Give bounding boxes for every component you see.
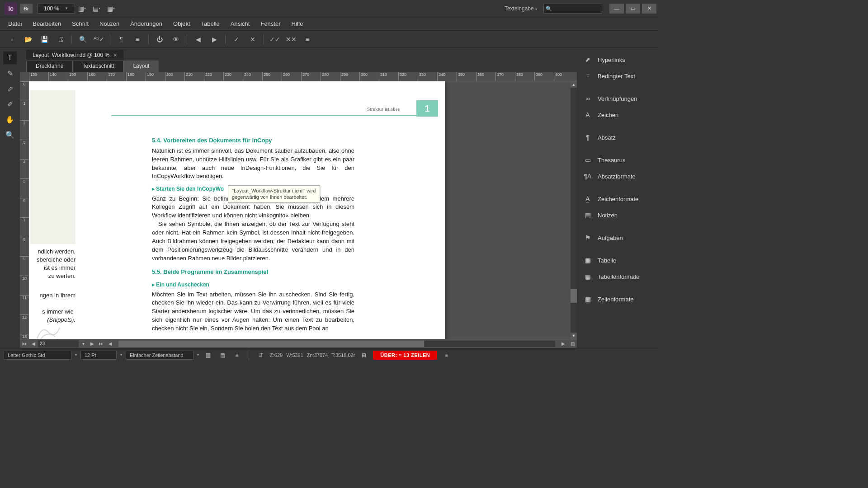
nav-prev-icon[interactable]: ◀ <box>192 33 204 46</box>
note-tool[interactable]: ✎ <box>3 67 17 80</box>
panel-zeichenformate[interactable]: A̲Zeichenformate <box>577 191 658 207</box>
leading-field[interactable]: Einfacher Zeilenabstand <box>126 351 193 360</box>
panel-tabelle[interactable]: ▦Tabelle <box>577 252 658 268</box>
panel-thesaurus[interactable]: ▭Thesaurus <box>577 152 658 168</box>
workspace-mode[interactable]: Texteingabe ▾ <box>505 5 537 12</box>
panel-verknüpfungen[interactable]: ∞Verknüpfungen <box>577 90 658 107</box>
reject-all-icon[interactable]: ✕✕ <box>285 33 297 46</box>
scroll-up-icon[interactable]: ▲ <box>571 81 577 88</box>
size-field[interactable]: 12 Pt <box>80 351 117 360</box>
last-page-icon[interactable]: ⏭ <box>97 340 106 348</box>
stats-icon[interactable]: ⇵ <box>255 350 266 360</box>
search-input[interactable]: 🔍 <box>543 4 602 14</box>
font-field[interactable]: Letter Gothic Std <box>4 351 71 360</box>
new-icon[interactable]: ▫ <box>5 33 18 46</box>
print-icon[interactable]: 🖨 <box>54 33 67 46</box>
text-frame[interactable]: 5.4. Vorbereiten des Dokuments für InCop… <box>111 81 445 333</box>
panel-hyperlinks[interactable]: ⬈Hyperlinks <box>577 52 658 68</box>
menu-schrift[interactable]: Schrift <box>66 19 94 29</box>
close-tab-icon[interactable]: ✕ <box>113 52 117 58</box>
document-tab[interactable]: Layout_Workflow.indd @ 100 % ✕ <box>26 50 123 61</box>
menu-icon[interactable]: ≡ <box>231 350 242 360</box>
bridge-icon[interactable]: Br <box>20 4 33 14</box>
split-view-icon[interactable]: ▥ <box>568 340 577 348</box>
minimize-button[interactable]: — <box>609 4 624 14</box>
save-icon[interactable]: 💾 <box>38 33 51 46</box>
prev-page-icon[interactable]: ◀ <box>29 340 38 348</box>
find-icon[interactable]: 🔍 <box>76 33 89 46</box>
paragraph-icon[interactable]: ¶ <box>115 33 127 46</box>
menu-bearbeiten[interactable]: Bearbeiten <box>27 19 66 29</box>
chevron-down-icon[interactable]: ▾ <box>197 353 199 357</box>
layout-icon-2[interactable]: ▤▾ <box>91 4 102 14</box>
layout-icon-1[interactable]: ▥▾ <box>77 4 88 14</box>
first-page-icon[interactable]: ⏮ <box>20 340 29 348</box>
eye-icon[interactable]: 👁 <box>170 33 182 46</box>
canvas[interactable]: ndlich werden, sbereiche oder ist es imm… <box>29 81 577 339</box>
panel-icon: ▦ <box>583 273 592 280</box>
menu-aenderungen[interactable]: Änderungen <box>125 19 168 29</box>
accept-all-icon[interactable]: ✓✓ <box>269 33 281 46</box>
page-dropdown-icon[interactable]: ▾ <box>79 340 88 348</box>
section-heading-5-5: 5.5. Beide Programme im Zusammenspiel <box>152 268 354 277</box>
panel-aufgaben[interactable]: ⚑Aufgaben <box>577 230 658 246</box>
type-tool[interactable]: T <box>3 52 17 64</box>
chevron-down-icon[interactable]: ▾ <box>75 353 77 357</box>
menu-icon[interactable]: ≡ <box>441 350 452 360</box>
zoom-level[interactable]: 100 %▼ <box>37 4 75 14</box>
menu-icon[interactable]: ≡ <box>131 33 144 46</box>
maximize-button[interactable]: ▭ <box>626 4 640 14</box>
panel-zellenformate[interactable]: ▦Zellenformate <box>577 291 658 307</box>
scroll-left-icon[interactable]: ◀ <box>106 340 115 348</box>
panel-icon: ▦ <box>583 296 592 303</box>
panel-label: Verknüpfungen <box>598 95 637 102</box>
page-number-field[interactable]: 23 <box>38 340 79 347</box>
next-page-icon[interactable]: ▶ <box>88 340 97 348</box>
menu-fenster[interactable]: Fenster <box>255 19 286 29</box>
menu-tabelle[interactable]: Tabelle <box>196 19 225 29</box>
scroll-right-icon[interactable]: ▶ <box>559 340 568 348</box>
scrollbar-thumb[interactable] <box>571 289 577 303</box>
panel-bedingter-text[interactable]: ≡Bedingter Text <box>577 68 658 84</box>
scrollbar-thumb[interactable] <box>118 341 424 347</box>
power-icon[interactable]: ⏻ <box>153 33 166 46</box>
scroll-down-icon[interactable]: ▼ <box>571 333 577 339</box>
panel-icon: A <box>583 111 592 118</box>
spellcheck-icon[interactable]: ᴬᵇ✓ <box>93 33 105 46</box>
page-navigator: ⏮ ◀ 23 ▾ ▶ ⏭ ◀ ▶ ▥ <box>20 339 577 348</box>
chevron-down-icon[interactable]: ▾ <box>120 353 122 357</box>
toolbar-menu-icon[interactable]: ≡ <box>301 33 314 46</box>
panel-absatzformate[interactable]: ¶AAbsatzformate <box>577 168 658 184</box>
vertical-scrollbar[interactable]: ▲ ▼ <box>571 81 577 339</box>
layout-icon-3[interactable]: ▦▾ <box>106 4 117 14</box>
overset-indicator[interactable]: ÜBER: ≈ 13 ZEILEN <box>373 351 437 360</box>
panel-zeichen[interactable]: AZeichen <box>577 107 658 123</box>
eyedropper-tool[interactable]: ✐ <box>3 98 17 110</box>
view-tab-story[interactable]: Textabschnitt <box>73 61 123 72</box>
menu-notizen[interactable]: Notizen <box>94 19 125 29</box>
horizontal-scrollbar[interactable] <box>118 341 555 347</box>
nav-next-icon[interactable]: ▶ <box>208 33 221 46</box>
panel-icon: ∞ <box>583 95 592 102</box>
zoom-tool[interactable]: 🔍 <box>3 128 17 141</box>
position-tool[interactable]: ⬀ <box>3 82 17 95</box>
columns-icon[interactable]: ▥ <box>203 350 213 360</box>
body-paragraph: Möchten Sie im Text arbeiten, müssen Sie… <box>152 291 354 333</box>
logo-watermark <box>33 321 64 339</box>
view-tab-galley[interactable]: Druckfahne <box>26 61 73 72</box>
menu-datei[interactable]: Datei <box>3 19 27 29</box>
align-icon[interactable]: ▤ <box>217 350 228 360</box>
hand-tool[interactable]: ✋ <box>3 113 17 126</box>
view-tab-layout[interactable]: Layout <box>123 61 159 72</box>
close-button[interactable]: ✕ <box>642 4 656 14</box>
panel-absatz[interactable]: ¶Absatz <box>577 129 658 145</box>
accept-icon[interactable]: ✓ <box>230 33 243 46</box>
reject-icon[interactable]: ✕ <box>246 33 259 46</box>
fit-icon[interactable]: ⊞ <box>359 350 369 360</box>
panel-tabellenformate[interactable]: ▦Tabellenformate <box>577 268 658 285</box>
panel-notizen[interactable]: ▤Notizen <box>577 207 658 223</box>
menu-ansicht[interactable]: Ansicht <box>225 19 255 29</box>
open-icon[interactable]: 📂 <box>22 33 34 46</box>
menu-hilfe[interactable]: Hilfe <box>286 19 309 29</box>
menu-objekt[interactable]: Objekt <box>168 19 196 29</box>
